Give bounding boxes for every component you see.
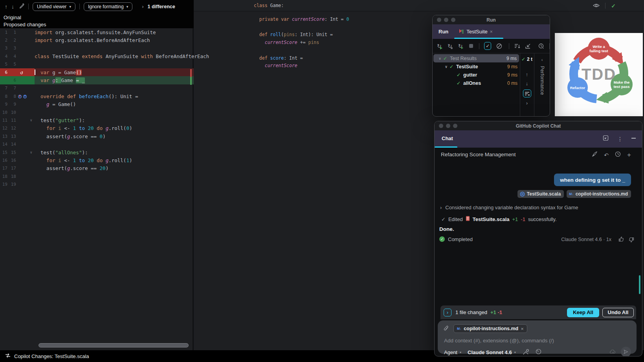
diff-code-line[interactable]: override def beforeEach(): Unit = <box>35 92 194 100</box>
fold-region-icon[interactable]: ∨ <box>30 150 32 154</box>
diff-code-line[interactable] <box>35 44 194 52</box>
fold-region-icon[interactable]: ∨ <box>30 118 32 122</box>
test-tree-row-test-results[interactable]: ∨✓Test Results9 ms <box>433 54 519 62</box>
diff-code-line[interactable]: var g = Game() <box>35 68 194 76</box>
diff-row[interactable]: 1414 <box>0 140 194 148</box>
show-ignored-icon[interactable] <box>496 42 502 49</box>
diff-code-line[interactable]: import org.scalatest.funsuite.AnyFunSuit… <box>35 28 194 36</box>
chat-titlebar[interactable]: GitHub Copilot Chat <box>435 121 642 130</box>
mode-selector[interactable]: Agent <box>444 349 457 355</box>
editor-code[interactable]: private var currentScore: Int = 0 def ro… <box>254 16 349 70</box>
edit-thread-icon[interactable] <box>592 151 598 159</box>
tab-testsuite[interactable]: TestSuite × <box>459 28 493 35</box>
chevron-expanded-icon[interactable]: ∨ <box>437 57 443 60</box>
horizontal-scrollbar[interactable] <box>39 343 189 347</box>
diff-row[interactable]: 1818 <box>0 172 194 180</box>
previous-difference-icon[interactable]: ↑ <box>5 4 7 9</box>
diff-row[interactable]: 11import org.scalatest.funsuite.AnyFunSu… <box>0 28 194 36</box>
diff-row[interactable]: 1616 for i <- 1 to 20 do g.roll(1) <box>0 156 194 164</box>
override-marker-icon[interactable] <box>18 94 27 99</box>
send-button[interactable] <box>621 347 631 357</box>
run-titlebar[interactable]: Run <box>433 15 550 24</box>
diff-row[interactable]: 1717 assert(g.score == 20) <box>0 165 194 172</box>
diff-row-deleted[interactable]: 6↺ var g = Game() <box>0 68 194 76</box>
diff-row[interactable]: 44class TestSuite extends AnyFunSuite wi… <box>0 52 194 60</box>
diff-change-marker-deleted[interactable] <box>190 69 192 77</box>
diff-code-line[interactable]: for i <- 1 to 20 do g.roll(1) <box>35 156 194 164</box>
chevron-right-icon[interactable]: › <box>142 4 143 9</box>
chevron-expanded-icon[interactable]: ∨ <box>443 65 450 69</box>
thumbs-down-icon[interactable] <box>629 237 634 244</box>
tab-performance[interactable]: Performance <box>539 66 545 95</box>
model-selector[interactable]: Claude Sonnet 4.6 <box>468 349 512 355</box>
diff-row[interactable]: 77 <box>0 84 194 92</box>
thought-summary[interactable]: › Considered changing variable declarati… <box>440 205 578 210</box>
diff-code-line[interactable] <box>35 108 194 116</box>
chat-input-placeholder[interactable]: Add context (#), extensions (@), command… <box>444 338 554 344</box>
close-tab-icon[interactable]: × <box>490 29 493 35</box>
diff-code-line[interactable]: import org.scalatest.BeforeAndAfterEach <box>35 36 194 44</box>
viewer-mode-dropdown[interactable]: Unified viewer ▾ <box>33 2 75 11</box>
diff-code-line[interactable] <box>35 172 194 180</box>
minimize-icon[interactable] <box>631 138 636 139</box>
test-tree-row-testsuite[interactable]: ∨✓TestSuite9 ms <box>433 62 520 71</box>
history-icon[interactable] <box>615 151 621 159</box>
more-options-icon[interactable]: ⋮ <box>617 136 623 142</box>
usage-gauge-icon[interactable] <box>536 349 541 356</box>
sort-tests-icon[interactable] <box>514 42 520 49</box>
test-filter-options-icon[interactable] <box>523 90 531 97</box>
new-chat-icon[interactable]: + <box>627 152 631 157</box>
chat-scrollbar[interactable] <box>639 275 640 294</box>
edit-icon[interactable] <box>19 3 24 10</box>
diff-code-line[interactable]: g = Game() <box>35 101 194 108</box>
editor-code-line[interactable]: def score: Int = <box>254 55 349 62</box>
diff-row[interactable]: 1010 <box>0 108 194 116</box>
diff-code-line[interactable] <box>35 180 194 188</box>
voice-input-icon[interactable] <box>609 349 616 355</box>
status-text[interactable]: Copilot Changes: TestSuite.scala <box>14 353 89 359</box>
expand-icon[interactable]: › <box>526 101 528 106</box>
rerun-failed-tests-icon[interactable]: ↻ <box>447 42 453 49</box>
diff-row[interactable]: 1515∨ test("allOnes"): <box>0 148 194 156</box>
tab-chat[interactable]: Chat <box>442 135 453 141</box>
preview-eye-icon[interactable] <box>593 2 600 9</box>
show-passed-toggle[interactable]: ✓ <box>484 42 491 50</box>
diff-code-line[interactable]: test("gutter"): <box>35 116 194 124</box>
diff-code-line[interactable] <box>35 140 194 148</box>
diff-code-line[interactable]: assert(g.score == 0) <box>35 132 194 140</box>
diff-code-line[interactable] <box>35 60 194 68</box>
diff-row[interactable]: 55 <box>0 60 194 68</box>
inspection-ok-icon[interactable]: ✓ <box>611 3 616 9</box>
diff-code-line[interactable]: class TestSuite extends AnyFunSuite with… <box>35 52 209 60</box>
editor-code-line[interactable]: def roll(pins: Int): Unit = <box>254 31 349 39</box>
editor-code-line[interactable] <box>254 47 349 55</box>
thumbs-up-icon[interactable] <box>618 236 624 243</box>
formatting-mode-dropdown[interactable]: Ignore formatting ▾ <box>84 2 132 11</box>
revert-change-icon[interactable]: ↺ <box>20 69 23 75</box>
next-difference-icon[interactable]: ↓ <box>11 4 14 9</box>
diff-code-line[interactable]: for i <- 1 to 20 do g.roll(0) <box>35 124 194 132</box>
diff-row[interactable]: 1313 assert(g.score == 0) <box>0 132 194 140</box>
diff-code-area[interactable]: 11import org.scalatest.funsuite.AnyFunSu… <box>0 28 194 188</box>
diff-row[interactable]: 33 <box>0 44 194 52</box>
diff-row[interactable]: 1919 <box>0 180 194 188</box>
editor-code-line[interactable]: currentScore <box>254 62 349 70</box>
test-results-tree[interactable]: ∨✓Test Results9 ms∨✓TestSuite9 ms✓gutter… <box>433 54 520 87</box>
editor-code-line[interactable]: currentScore += pins <box>254 39 349 47</box>
test-tree-row-gutter[interactable]: ✓gutter9 ms <box>433 71 520 79</box>
diff-row[interactable]: 99 g = Game() <box>0 101 194 108</box>
editor-code-line[interactable] <box>254 24 349 31</box>
undo-all-button[interactable]: Undo All <box>602 308 634 317</box>
test-history-icon[interactable] <box>538 42 544 49</box>
diff-code-line[interactable] <box>35 84 194 92</box>
diff-change-marker-added[interactable] <box>190 77 192 85</box>
test-tree-row-allones[interactable]: ✓allOnes0 ms <box>433 79 520 87</box>
attach-context-icon[interactable] <box>443 325 449 333</box>
next-test-icon[interactable]: ↓ <box>526 80 528 86</box>
diff-code-line[interactable]: var g: Game = _ <box>35 76 194 84</box>
remove-chip-icon[interactable]: × <box>521 326 524 332</box>
context-chip-testsuite-scala[interactable]: TestSuite.scala <box>517 190 564 198</box>
diff-row[interactable]: 88 override def beforeEach(): Unit = <box>0 92 194 100</box>
edited-file-name[interactable]: TestSuite.scala <box>473 216 510 222</box>
diff-code-line[interactable]: test("allOnes"): <box>35 148 194 156</box>
